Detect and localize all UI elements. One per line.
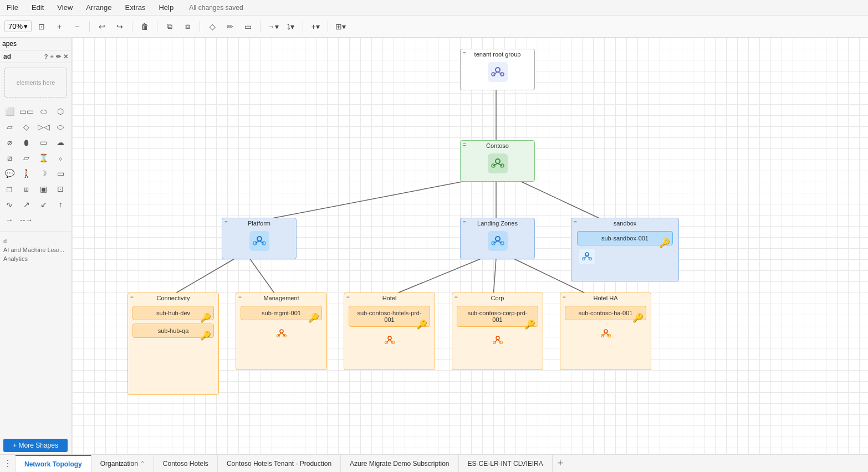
shape-item[interactable]: ⬭ — [53, 120, 68, 134]
menu-bar: File Edit View Arrange Extras Help All c… — [0, 0, 868, 16]
zoom-dropdown-icon: ▾ — [24, 22, 28, 30]
shape-item[interactable]: ⬮ — [19, 135, 34, 150]
shape-item[interactable]: ↑ — [53, 197, 68, 212]
undo-btn[interactable]: ↩ — [94, 19, 110, 34]
shape-item[interactable]: ⬦ — [53, 151, 68, 165]
tab-azure-migrate[interactable]: Azure Migrate Demo Subscription — [341, 455, 458, 472]
shape-item[interactable]: ▭▭ — [19, 104, 34, 119]
node-connectivity[interactable]: = Connectivity sub-hub-dev 🔑 sub-hub-qa … — [127, 293, 219, 395]
shape-item[interactable]: ◇ — [19, 120, 34, 134]
tab-label-contoso-hotels-tenant: Contoso Hotels Tenant - Production — [227, 460, 331, 468]
node-sandbox[interactable]: = sandbox sub-sandbox-001 🔑 — [571, 218, 679, 281]
sub-hotel-ha-node[interactable]: sub-contoso-ha-001 🔑 — [565, 306, 646, 320]
node-pin: = — [563, 294, 566, 300]
search-input[interactable] — [2, 40, 72, 48]
node-hotel[interactable]: = Hotel sub-contoso-hotels-prd-001 🔑 — [344, 293, 435, 370]
sidebar-label-d: d — [3, 237, 68, 245]
zoom-in-btn[interactable]: + — [52, 19, 67, 34]
sub-hotel-node[interactable]: sub-contoso-hotels-prd-001 🔑 — [349, 306, 430, 327]
tab-contoso-hotels-tenant[interactable]: Contoso Hotels Tenant - Production — [218, 455, 341, 472]
copy-btn[interactable]: ⧉ — [162, 19, 177, 34]
zoom-control[interactable]: 70% ▾ — [4, 20, 32, 32]
menu-help[interactable]: Help — [156, 2, 176, 13]
shape-item[interactable]: ▭ — [53, 166, 68, 181]
panel-edit-icon[interactable]: ✏ — [56, 53, 61, 60]
shape-item[interactable]: --→ — [19, 213, 34, 227]
menu-view[interactable]: View — [55, 2, 75, 13]
node-pin: = — [346, 294, 350, 300]
divider-6 — [303, 21, 303, 32]
sub-mgmt-label: sub-mgmt-001 — [262, 310, 301, 316]
zoom-fit-btn[interactable]: ⊡ — [34, 19, 49, 34]
shape-item[interactable]: ⊡ — [53, 182, 68, 196]
tab-add-button[interactable]: + — [553, 455, 568, 472]
node-tenant-root-group[interactable]: = tenant root group — [460, 49, 535, 90]
node-landing-zones[interactable]: = Landing Zones — [460, 218, 535, 259]
zoom-out-btn[interactable]: − — [69, 19, 85, 34]
toolbar: 70% ▾ ⊡ + − ↩ ↪ 🗑 ⧉ ⧈ ◇ ✏ ▭ →▾ ⤵▾ +▾ ⊞▾ — [0, 16, 868, 38]
sub-hub-dev-label: sub-hub-dev — [156, 310, 190, 316]
panel-close-icon[interactable]: ✕ — [63, 53, 68, 60]
sub-mgmt-node[interactable]: sub-mgmt-001 🔑 — [241, 306, 322, 320]
node-management[interactable]: = Management sub-mgmt-001 🔑 — [236, 293, 327, 370]
more-shapes-button[interactable]: + More Shapes — [3, 439, 68, 452]
tab-es-ce-lr[interactable]: ES-CE-LR-INT CLVIEIRA — [459, 455, 553, 472]
tab-label-network-topology: Network Topology — [24, 460, 82, 468]
delete-btn[interactable]: 🗑 — [137, 19, 152, 34]
node-platform[interactable]: = Platform — [222, 218, 297, 259]
shape-item[interactable]: ↙ — [37, 197, 51, 212]
menu-extras[interactable]: Extras — [123, 2, 148, 13]
connector-btn[interactable]: →▾ — [265, 19, 280, 34]
fill-color-btn[interactable]: ◇ — [205, 19, 220, 34]
shape-item[interactable]: ⧄ — [2, 151, 17, 165]
shape-item[interactable]: ☁ — [53, 135, 68, 150]
insert-btn[interactable]: +▾ — [308, 19, 323, 34]
sub-hub-dev-node[interactable]: sub-hub-dev 🔑 — [132, 306, 214, 320]
panel-help-icon[interactable]: ? — [44, 53, 48, 60]
sandbox-sub-node[interactable]: sub-sandbox-001 🔑 — [577, 231, 673, 245]
tab-contoso-hotels[interactable]: Contoso Hotels — [154, 455, 218, 472]
shape-item[interactable]: 🚶 — [19, 166, 34, 181]
shape-item[interactable]: ∿ — [2, 197, 17, 212]
sub-corp-node[interactable]: sub-contoso-corp-prd-001 🔑 — [457, 306, 538, 327]
key-icon-hotel: 🔑 — [416, 319, 427, 330]
shape-item[interactable]: ⬜ — [2, 104, 17, 119]
panel-add-icon[interactable]: + — [50, 53, 54, 60]
shape-item[interactable]: ▷◁ — [37, 120, 51, 134]
shape-item[interactable]: ▣ — [37, 182, 51, 196]
node-contoso[interactable]: = Contoso — [460, 140, 535, 182]
node-corp[interactable]: = Corp sub-contoso-corp-prd-001 🔑 — [452, 293, 543, 370]
line-color-btn[interactable]: ✏ — [222, 19, 238, 34]
menu-file[interactable]: File — [4, 2, 21, 13]
tab-bar: ⋮ Network Topology Organization ⌃ Contos… — [0, 454, 868, 472]
shape-item[interactable]: ⌀ — [2, 135, 17, 150]
waypoint-btn[interactable]: ⤵▾ — [283, 19, 298, 34]
shape-item[interactable]: ▭ — [37, 135, 51, 150]
redo-btn[interactable]: ↪ — [112, 19, 127, 34]
node-title-sandbox: sandbox — [571, 218, 678, 228]
shape-item[interactable]: ▱ — [19, 151, 34, 165]
shape-item[interactable]: ⌛ — [37, 151, 51, 165]
sub-hub-qa-node[interactable]: sub-hub-qa 🔑 — [132, 324, 214, 338]
shape-item[interactable]: ◻ — [2, 182, 17, 196]
shape-item[interactable]: → — [2, 213, 17, 227]
canvas-area[interactable]: = tenant root group = Contoso — [72, 38, 868, 454]
table-btn[interactable]: ⊞▾ — [333, 19, 348, 34]
shape-item[interactable]: ☽ — [37, 166, 51, 181]
shape-item[interactable]: ⬭ — [37, 104, 51, 119]
tab-organization[interactable]: Organization ⌃ — [91, 455, 154, 472]
node-pin: = — [463, 142, 466, 148]
node-hotel-ha[interactable]: = Hotel HA sub-contoso-ha-001 🔑 — [560, 293, 651, 370]
menu-edit[interactable]: Edit — [29, 2, 46, 13]
tab-bar-menu[interactable]: ⋮ — [0, 455, 16, 472]
shape-item[interactable]: ⬡ — [53, 104, 68, 119]
shape-item[interactable]: ⧆ — [19, 182, 34, 196]
shape-item[interactable]: 💬 — [2, 166, 17, 181]
paste-btn[interactable]: ⧈ — [180, 19, 195, 34]
shape-item[interactable]: ▱ — [2, 120, 17, 134]
shape-item[interactable]: ↗ — [19, 197, 34, 212]
node-title-hotel-ha: Hotel HA — [560, 293, 651, 302]
menu-arrange[interactable]: Arrange — [84, 2, 114, 13]
tab-network-topology[interactable]: Network Topology — [16, 455, 91, 472]
shape-btn[interactable]: ▭ — [240, 19, 256, 34]
